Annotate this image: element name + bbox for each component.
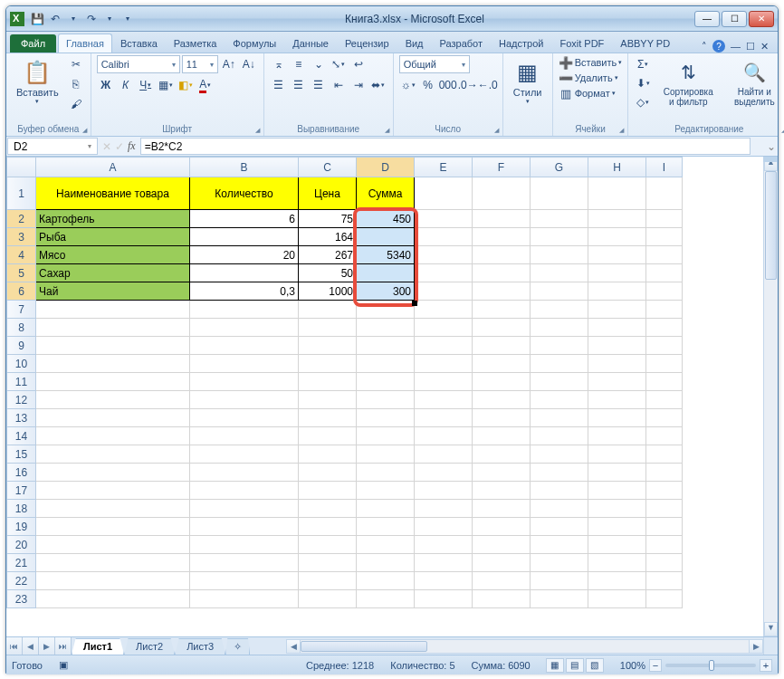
- italic-button[interactable]: К: [117, 76, 135, 94]
- cell[interactable]: [415, 391, 473, 409]
- cell[interactable]: [357, 464, 415, 482]
- cell[interactable]: [299, 572, 357, 590]
- row-9[interactable]: 9: [7, 337, 36, 355]
- qat-redo-icon[interactable]: ↷: [84, 12, 99, 26]
- styles-button[interactable]: ▦ Стили ▾: [509, 55, 547, 108]
- tab-review[interactable]: Рецензир: [337, 33, 397, 53]
- cell[interactable]: [415, 590, 473, 608]
- zoom-level[interactable]: 100%: [620, 660, 645, 671]
- row-6[interactable]: 6: [7, 282, 36, 301]
- cell[interactable]: [357, 391, 415, 409]
- cell[interactable]: [190, 464, 299, 482]
- cell[interactable]: [646, 536, 683, 554]
- col-A[interactable]: A: [36, 158, 190, 177]
- tab-view[interactable]: Вид: [397, 33, 432, 53]
- qat-redo-dd-icon[interactable]: ▾: [102, 12, 117, 26]
- cell-B3[interactable]: [190, 228, 299, 246]
- cell[interactable]: [531, 518, 588, 536]
- cell[interactable]: [588, 282, 646, 301]
- cell[interactable]: [646, 464, 683, 482]
- cell[interactable]: [36, 445, 190, 464]
- cell[interactable]: [646, 482, 683, 500]
- align-bottom-icon[interactable]: ⌄: [310, 55, 328, 73]
- fill-icon[interactable]: ⬇: [634, 74, 652, 92]
- cell[interactable]: [473, 355, 531, 373]
- cell[interactable]: [36, 373, 190, 391]
- cell[interactable]: [299, 355, 357, 373]
- cell[interactable]: [646, 409, 683, 427]
- cell[interactable]: [473, 337, 531, 355]
- cell[interactable]: [473, 373, 531, 391]
- col-G[interactable]: G: [531, 158, 588, 177]
- cell[interactable]: [531, 373, 588, 391]
- scroll-down-icon[interactable]: ▼: [764, 622, 778, 636]
- qat-undo-dd-icon[interactable]: ▾: [66, 12, 81, 26]
- cell[interactable]: [531, 210, 588, 228]
- cell[interactable]: [473, 572, 531, 590]
- cell[interactable]: [36, 337, 190, 355]
- cell[interactable]: [646, 264, 683, 282]
- cell[interactable]: [588, 337, 646, 355]
- cell-A5[interactable]: Сахар: [36, 264, 190, 282]
- cell[interactable]: [588, 301, 646, 319]
- cell[interactable]: [357, 337, 415, 355]
- cell[interactable]: [588, 590, 646, 608]
- cell[interactable]: [531, 500, 588, 518]
- cell[interactable]: [415, 264, 473, 282]
- row-2[interactable]: 2: [7, 210, 36, 228]
- cell[interactable]: [190, 554, 299, 572]
- formula-input[interactable]: =B2*C2: [140, 138, 751, 155]
- tab-data[interactable]: Данные: [284, 33, 337, 53]
- cell[interactable]: [357, 409, 415, 427]
- cell[interactable]: [357, 500, 415, 518]
- cell[interactable]: [357, 518, 415, 536]
- cell[interactable]: [415, 301, 473, 319]
- zoom-in-button[interactable]: +: [760, 659, 772, 672]
- maximize-button[interactable]: ☐: [722, 11, 747, 27]
- cell[interactable]: [36, 518, 190, 536]
- cell[interactable]: [36, 572, 190, 590]
- row-11[interactable]: 11: [7, 373, 36, 391]
- cell[interactable]: [588, 264, 646, 282]
- cell[interactable]: [473, 482, 531, 500]
- cell[interactable]: [190, 355, 299, 373]
- cell[interactable]: [588, 391, 646, 409]
- cell[interactable]: [531, 590, 588, 608]
- macro-record-icon[interactable]: ▣: [59, 659, 68, 671]
- sheet-nav-next-icon[interactable]: ▶: [39, 637, 55, 655]
- cell[interactable]: [646, 590, 683, 608]
- cell[interactable]: [415, 177, 473, 210]
- cell[interactable]: [531, 337, 588, 355]
- font-name-select[interactable]: Calibri: [97, 55, 180, 73]
- cell-C5[interactable]: 50: [299, 264, 357, 282]
- cell[interactable]: [588, 373, 646, 391]
- cell[interactable]: [473, 301, 531, 319]
- cell[interactable]: [646, 427, 683, 445]
- cell-B1[interactable]: Количество: [190, 177, 299, 210]
- expand-formula-bar-icon[interactable]: ⌄: [765, 137, 778, 156]
- cell[interactable]: [473, 518, 531, 536]
- cell[interactable]: [357, 482, 415, 500]
- tab-abbyy[interactable]: ABBYY PD: [612, 33, 678, 53]
- cell-D5[interactable]: [357, 264, 415, 282]
- row-16[interactable]: 16: [7, 464, 36, 482]
- align-right-icon[interactable]: ☰: [310, 76, 328, 94]
- cell[interactable]: [473, 409, 531, 427]
- vscroll-thumb[interactable]: [765, 171, 777, 280]
- cell[interactable]: [473, 391, 531, 409]
- sort-filter-button[interactable]: ⇅ Сортировка и фильтр: [655, 55, 721, 110]
- cell[interactable]: [646, 554, 683, 572]
- cell-D4[interactable]: 5340: [357, 246, 415, 264]
- view-page-break-icon[interactable]: ▧: [586, 658, 604, 673]
- cell[interactable]: [646, 355, 683, 373]
- decrease-indent-icon[interactable]: ⇤: [330, 76, 348, 94]
- cell[interactable]: [646, 373, 683, 391]
- hscroll-thumb[interactable]: [301, 641, 427, 652]
- row-5[interactable]: 5: [7, 264, 36, 282]
- vertical-scrollbar[interactable]: ▲ ▼: [763, 157, 778, 636]
- cell[interactable]: [531, 554, 588, 572]
- qat-save-icon[interactable]: 💾: [30, 12, 44, 26]
- cell[interactable]: [473, 246, 531, 264]
- cell[interactable]: [299, 482, 357, 500]
- cell[interactable]: [531, 228, 588, 246]
